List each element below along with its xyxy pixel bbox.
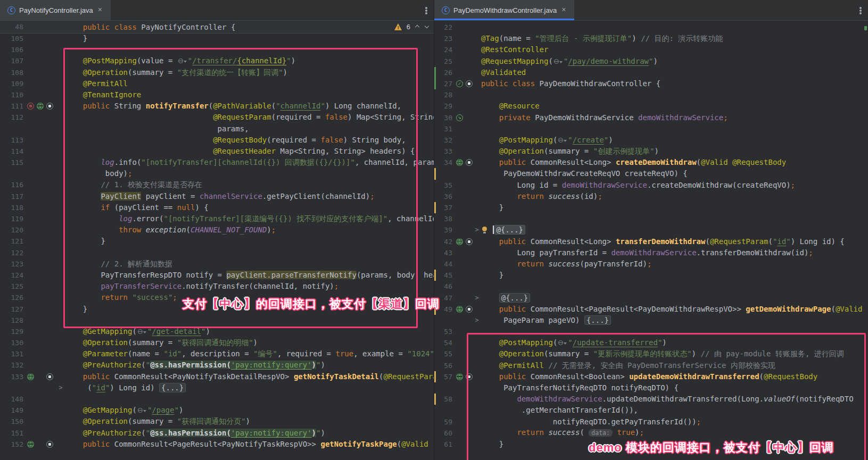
line-number[interactable]: 106 [0,44,23,55]
line-number[interactable]: 114 [0,146,23,157]
line-number[interactable]: 127 [0,304,23,315]
line-number[interactable]: 39 [434,224,452,236]
code-token[interactable]: /update-transferred [573,338,658,347]
code-line[interactable]: 45 } [434,270,868,281]
vcs-change-marker[interactable] [434,202,436,213]
next-warning-icon[interactable] [424,24,429,29]
line-number[interactable]: 118 [0,202,23,213]
implemented-marker-icon[interactable] [466,80,473,87]
implemented-marker-icon[interactable] [46,373,53,380]
bean-navigate-icon[interactable] [456,114,463,121]
line-number[interactable]: 26 [434,67,452,78]
code-line[interactable]: 26@Validated [434,67,868,78]
line-number[interactable]: 61 [434,439,452,450]
code-line[interactable]: 29 @Resource [434,101,868,112]
line-number[interactable]: 129 [0,326,23,337]
line-number[interactable]: 152 [0,439,23,450]
implemented-marker-icon[interactable] [466,238,473,245]
line-number[interactable]: 130 [0,337,23,348]
code-editor-left[interactable]: 105 }106107 @PostMapping(value = "/trans… [0,33,434,450]
close-tab-icon[interactable] [560,7,567,13]
line-number[interactable]: 107 [0,55,23,66]
code-line[interactable]: 121 } [0,236,434,247]
line-number[interactable]: 150 [0,416,23,427]
code-line[interactable]: 39> @{...} [434,224,868,236]
inspections-widget[interactable]: 6 [394,21,429,32]
code-line[interactable]: 130 @Operation(summary = "获得回调通知的明细") [0,337,434,348]
folded-code[interactable]: @{...} [499,293,531,303]
code-line[interactable]: params, [0,123,434,135]
line-number[interactable]: 149 [0,405,23,416]
api-endpoint-icon[interactable] [27,441,34,448]
line-number[interactable]: 115 [0,157,23,168]
code-token[interactable]: /transfer/ [192,56,237,65]
line-number[interactable]: 112 [0,112,23,123]
vcs-change-marker[interactable] [434,270,436,281]
line-number[interactable]: 33 [434,146,452,157]
code-line[interactable]: 54 @PostMapping("/update-transferred") [434,337,868,348]
line-number[interactable]: 23 [434,33,452,44]
line-number[interactable]: 36 [434,191,452,202]
url-icon[interactable] [554,58,563,65]
implemented-marker-icon[interactable] [466,306,473,313]
code-line[interactable]: 129 @GetMapping("/get-detail") [0,326,434,337]
code-token[interactable]: channelId [280,102,321,110]
line-number[interactable]: 124 [0,270,23,281]
api-endpoint-icon[interactable] [456,159,463,166]
prev-warning-icon[interactable] [415,24,420,29]
code-line[interactable]: 27public class PayDemoWithdrawController… [434,78,868,89]
line-number[interactable]: 133 [0,371,23,382]
line-number[interactable]: 25 [434,56,452,67]
line-number[interactable]: 148 [0,394,23,405]
code-line[interactable]: 123 // 2. 解析通知数据 [0,258,434,270]
code-line[interactable]: 56 @PermitAll // 无需登录, 安全由 PayDemoTransf… [434,360,868,371]
url-icon[interactable] [138,407,146,414]
line-number[interactable]: 113 [0,135,23,146]
code-line[interactable]: 53 [434,326,868,337]
error-stripe-mark[interactable] [864,26,867,30]
code-line[interactable]: 122 [0,247,434,258]
implemented-marker-icon[interactable] [46,103,53,110]
code-line[interactable]: 59 notifyReqDTO.getPayTransferId()); [434,416,868,428]
code-line[interactable]: 114 @RequestHeader Map<String, String> h… [0,146,434,157]
code-token[interactable]: /page [152,406,174,414]
fold-chevron-icon[interactable]: > [473,292,481,304]
code-line[interactable]: 23@Tag(name = "管理后台 - 示例提现订单") // 目的: 演示… [434,33,868,44]
code-line[interactable]: 151 @PreAuthorize("@ss.hasPermission('pa… [0,428,434,439]
line-number[interactable]: 54 [434,337,452,348]
line-number[interactable]: 42 [434,236,452,247]
line-number[interactable]: 55 [434,348,452,359]
line-number[interactable]: 128 [0,315,23,326]
line-number[interactable]: 132 [0,359,23,371]
implemented-marker-icon[interactable] [466,159,473,166]
line-number[interactable]: 35 [434,180,452,191]
code-token[interactable]: /get-detail [152,327,201,336]
line-number[interactable]: 119 [0,213,23,224]
vcs-change-marker[interactable] [434,168,436,179]
line-number[interactable]: 117 [0,191,23,202]
line-number[interactable]: 28 [434,89,452,101]
code-line[interactable]: 111 public String notifyTransfer(@PathVa… [0,101,434,112]
line-number[interactable]: 60 [434,428,452,439]
code-line[interactable]: PayDemoWithdrawCreateReqVO createReqVO) … [434,168,868,179]
line-number[interactable]: 31 [434,123,452,135]
code-line[interactable]: 113 @RequestBody(required = false) Strin… [0,135,434,146]
api-endpoint-icon[interactable] [27,373,34,380]
folded-code[interactable]: {...} [159,383,186,392]
api-endpoint-icon[interactable] [456,306,463,313]
code-editor-right[interactable]: 2223@Tag(name = "管理后台 - 示例提现订单") // 目的: … [434,20,868,450]
line-number[interactable]: 24 [434,44,452,55]
line-number[interactable]: 59 [434,416,452,428]
line-number[interactable]: 44 [434,258,452,270]
more-options-icon[interactable] [859,7,862,14]
code-line[interactable]: 47> @{...} [434,292,868,304]
code-line[interactable]: 42 public CommonResult<Long> transferDem… [434,236,868,247]
vcs-change-marker[interactable] [434,394,436,405]
line-number[interactable]: 131 [0,348,23,359]
code-token[interactable]: /create [573,136,604,144]
line-number[interactable]: 116 [0,179,23,190]
code-line[interactable]: .getMerchantTransferId()), [434,405,868,416]
test-passed-icon[interactable] [456,80,463,87]
url-icon[interactable] [138,329,146,335]
line-number[interactable]: 109 [0,78,23,89]
